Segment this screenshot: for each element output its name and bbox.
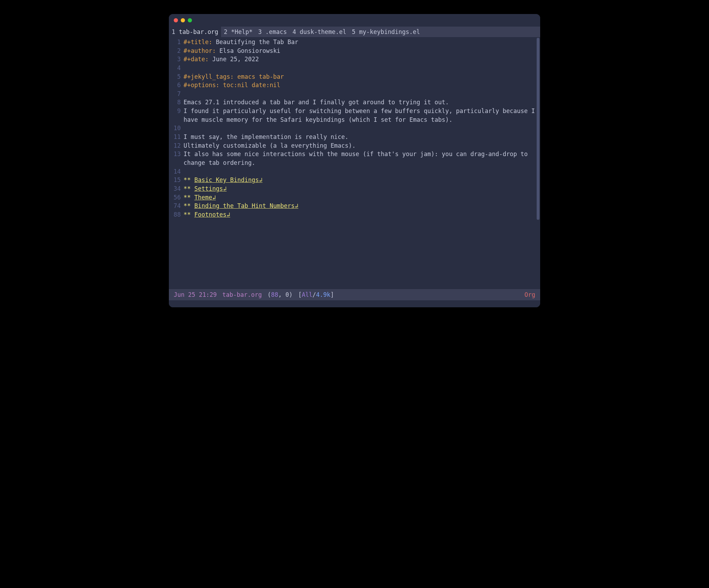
org-heading[interactable]: 56 ** Theme↲ [172,193,537,202]
tab-number: 5 [352,28,356,35]
code-line: 9 I found it particularly useful for swi… [172,107,537,124]
code-line: 14 [172,167,537,176]
minimize-icon[interactable] [181,18,185,22]
code-line: 13 It also has some nice interactions wi… [172,150,537,167]
line-content: Ultimately customizable (a la everything… [184,141,537,150]
emacs-window: 1 tab-bar.org 2 *Help* 3 .emacs 4 dusk-t… [169,14,540,307]
maximize-icon[interactable] [188,18,192,22]
fold-arrow-icon: ↲ [295,202,298,210]
line-content: I found it particularly useful for switc… [184,107,537,124]
tab-bar: 1 tab-bar.org 2 *Help* 3 .emacs 4 dusk-t… [169,27,540,37]
line-number: 10 [172,124,184,133]
line-number: 2 [172,47,184,55]
tab-4[interactable]: 4 dusk-theme.el [290,27,349,37]
code-line: 2 #+author: Elsa Gonsiorowski [172,47,537,55]
code-line: 8 Emacs 27.1 introduced a tab bar and I … [172,98,537,107]
scrollbar[interactable] [537,38,539,288]
fold-arrow-icon: ↲ [212,193,216,202]
status-date: Jun 25 21:29 [174,291,217,298]
org-heading[interactable]: 34 ** Settings↲ [172,184,537,193]
line-number: 12 [172,141,184,150]
editor-area[interactable]: 1 #+title: Beautifying the Tab Bar 2 #+a… [169,37,540,289]
line-content [184,64,537,72]
line-content [184,167,537,176]
heading-content: ** Theme↲ [184,193,537,202]
code-line: 10 [172,124,537,133]
status-position: (88, 0) [267,291,292,298]
line-content: I must say, the implementation is really… [184,133,537,141]
tab-number: 1 [172,28,175,35]
line-number: 14 [172,167,184,176]
line-number: 1 [172,38,184,47]
line-content [184,90,537,98]
code-line: 6 #+options: toc:nil date:nil [172,81,537,90]
org-heading[interactable]: 15 ** Basic Key Bindings↲ [172,176,537,184]
status-buffer-info: [All/4.9k] [298,291,334,298]
line-number: 11 [172,133,184,141]
line-number: 74 [172,202,184,210]
line-number: 56 [172,193,184,202]
line-number: 5 [172,72,184,81]
line-content: #+author: Elsa Gonsiorowski [184,47,537,55]
tab-3[interactable]: 3 .emacs [255,27,290,37]
line-number: 4 [172,64,184,72]
tab-number: 2 [224,28,227,35]
code-line: 11 I must say, the implementation is rea… [172,133,537,141]
line-number: 6 [172,81,184,90]
line-number: 9 [172,107,184,124]
heading-content: ** Binding the Tab Hint Numbers↲ [184,202,537,210]
tab-label: *Help* [231,28,253,35]
line-content: #+options: toc:nil date:nil [184,81,537,90]
org-heading[interactable]: 88 ** Footnotes↲ [172,210,537,219]
line-content: #+jekyll_tags: emacs tab-bar [184,72,537,81]
code-line: 1 #+title: Beautifying the Tab Bar [172,38,537,47]
tab-number: 4 [292,28,296,35]
fold-arrow-icon: ↲ [223,184,227,193]
line-number: 34 [172,184,184,193]
fold-arrow-icon: ↲ [259,176,262,184]
line-content: It also has some nice interactions with … [184,150,537,167]
code-line: 4 [172,64,537,72]
org-heading[interactable]: 74 ** Binding the Tab Hint Numbers↲ [172,202,537,210]
line-content: #+date: June 25, 2022 [184,55,537,64]
code-line: 12 Ultimately customizable (a la everyth… [172,141,537,150]
code-line: 3 #+date: June 25, 2022 [172,55,537,64]
heading-content: ** Footnotes↲ [184,210,537,219]
line-number: 7 [172,90,184,98]
line-number: 3 [172,55,184,64]
tab-label: dusk-theme.el [300,28,346,35]
line-number: 8 [172,98,184,107]
minibuffer[interactable] [169,300,540,307]
status-major-mode: Org [524,291,535,298]
tab-1[interactable]: 1 tab-bar.org [169,27,221,37]
tab-label: my-keybindings.el [359,28,420,35]
close-icon[interactable] [174,18,178,22]
heading-content: ** Basic Key Bindings↲ [184,176,537,184]
code-line: 5 #+jekyll_tags: emacs tab-bar [172,72,537,81]
tab-number: 3 [258,28,262,35]
fold-arrow-icon: ↲ [227,210,230,219]
line-number: 15 [172,176,184,184]
tab-label: .emacs [266,28,287,35]
tab-5[interactable]: 5 my-keybindings.el [349,27,423,37]
line-content: Emacs 27.1 introduced a tab bar and I fi… [184,98,537,107]
tab-2[interactable]: 2 *Help* [221,27,255,37]
status-file: tab-bar.org [222,291,262,298]
heading-content: ** Settings↲ [184,184,537,193]
line-content [184,124,537,133]
titlebar [169,14,540,27]
mode-line: Jun 25 21:29 tab-bar.org (88, 0) [All/4.… [169,289,540,300]
line-content: #+title: Beautifying the Tab Bar [184,38,537,47]
line-number: 88 [172,210,184,219]
line-number: 13 [172,150,184,167]
scrollbar-thumb[interactable] [537,38,539,220]
code-line: 7 [172,90,537,98]
tab-label: tab-bar.org [179,28,219,35]
